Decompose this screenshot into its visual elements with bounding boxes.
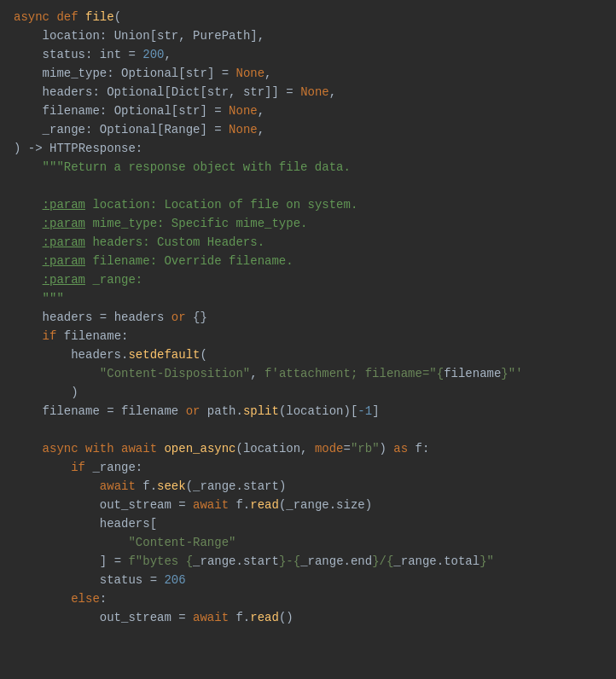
code-line-27: out_stream = await f.read(_range.size) (0, 496, 616, 515)
code-block: async def file( location: Union[str, Pur… (0, 0, 616, 636)
code-line-15: :param _range: (0, 271, 616, 290)
code-line-31: status = 206 (0, 572, 616, 590)
code-line-10 (0, 177, 616, 196)
code-line-23 (0, 421, 616, 440)
code-line-16: """ (0, 290, 616, 309)
code-line-3: status: int = 200, (0, 46, 616, 65)
keyword-async: async (14, 9, 49, 27)
code-line-8: ) -> HTTPResponse: (0, 140, 616, 159)
code-line-24: async with await open_async(location, mo… (0, 440, 616, 459)
code-line-5: headers: Optional[Dict[str, str]] = None… (0, 84, 616, 102)
code-line-12: :param mime_type: Specific mime_type. (0, 215, 616, 234)
code-line-32: else: (0, 590, 616, 609)
code-line-19: headers.setdefault( (0, 346, 616, 365)
code-line-4: mime_type: Optional[str] = None, (0, 65, 616, 84)
code-line-11: :param location: Location of file on sys… (0, 196, 616, 215)
code-line-9: """Return a response object with file da… (0, 159, 616, 177)
function-name: file (85, 9, 114, 27)
code-line-13: :param headers: Custom Headers. (0, 234, 616, 252)
code-line-30: ] = f"bytes {_range.start}-{_range.end}/… (0, 553, 616, 572)
code-line-7: _range: Optional[Range] = None, (0, 121, 616, 140)
code-line-17: headers = headers or {} (0, 309, 616, 328)
code-line-28: headers[ (0, 515, 616, 534)
code-line-26: await f.seek(_range.start) (0, 478, 616, 496)
code-line-29: "Content-Range" (0, 534, 616, 553)
code-line-18: if filename: (0, 328, 616, 346)
code-line-2: location: Union[str, PurePath], (0, 27, 616, 46)
code-line-20: "Content-Disposition", f'attachment; fil… (0, 365, 616, 384)
code-line-1: async def file( (0, 9, 616, 27)
code-line-22: filename = filename or path.split(locati… (0, 403, 616, 421)
code-line-14: :param filename: Override filename. (0, 252, 616, 271)
code-line-25: if _range: (0, 459, 616, 478)
code-line-21: ) (0, 384, 616, 403)
keyword-def: def (56, 9, 78, 27)
code-line-6: filename: Optional[str] = None, (0, 102, 616, 121)
code-line-33: out_stream = await f.read() (0, 609, 616, 628)
